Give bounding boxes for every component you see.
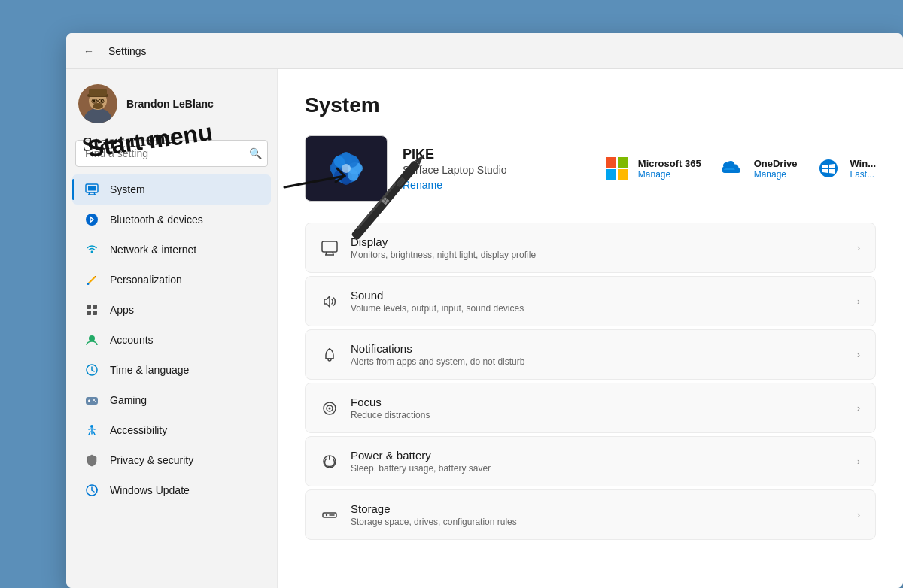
focus-text: Focus Reduce distractions xyxy=(351,396,845,420)
sidebar-item-personalization[interactable]: Personalization xyxy=(72,265,271,295)
power-desc: Sleep, battery usage, battery saver xyxy=(351,463,845,474)
user-name: Brandon LeBlanc xyxy=(126,98,214,110)
network-icon xyxy=(84,242,99,257)
settings-window: ← Settings xyxy=(66,33,903,588)
svg-point-6 xyxy=(101,100,103,102)
device-card: PIKE Surface Laptop Studio Rename xyxy=(305,135,876,202)
settings-item-sound[interactable]: Sound Volume levels, output, input, soun… xyxy=(305,276,876,326)
nav-list: System Bluetooth & devices xyxy=(66,174,277,505)
sidebar-item-time-label: Time & language xyxy=(110,364,189,376)
settings-item-notifications[interactable]: Notifications Alerts from apps and syste… xyxy=(305,329,876,380)
ms365-title: Microsoft 365 xyxy=(638,158,701,169)
device-name: PIKE xyxy=(403,147,573,162)
sidebar-item-gaming[interactable]: Gaming xyxy=(72,385,271,415)
svg-rect-43 xyxy=(606,157,616,168)
quick-links: Microsoft 365 Manage O xyxy=(604,155,876,182)
sound-arrow: › xyxy=(857,296,860,307)
onedrive-manage[interactable]: Manage xyxy=(754,169,798,180)
svg-point-17 xyxy=(86,214,98,226)
sidebar-item-time[interactable]: Time & language xyxy=(72,355,271,385)
search-input[interactable] xyxy=(75,140,268,167)
svg-rect-48 xyxy=(322,241,337,252)
power-icon xyxy=(321,453,339,471)
sidebar-item-accessibility-label: Accessibility xyxy=(110,424,167,436)
sidebar-item-privacy[interactable]: Privacy & security xyxy=(72,445,271,475)
sidebar-item-windowsupdate-label: Windows Update xyxy=(110,484,190,496)
update-icon xyxy=(84,483,99,498)
svg-rect-20 xyxy=(93,305,97,309)
settings-item-power[interactable]: Power & battery Sleep, battery usage, ba… xyxy=(305,436,876,486)
focus-title: Focus xyxy=(351,396,845,408)
search-icon: 🔍 xyxy=(249,147,262,159)
notifications-title: Notifications xyxy=(351,342,845,355)
display-desc: Monitors, brightness, night light, displ… xyxy=(351,250,845,260)
paint-icon xyxy=(84,272,99,287)
device-image xyxy=(305,135,388,202)
avatar xyxy=(78,84,117,123)
settings-item-display[interactable]: Display Monitors, brightness, night ligh… xyxy=(305,223,876,273)
sound-title: Sound xyxy=(351,289,845,302)
sidebar-item-system[interactable]: System xyxy=(72,174,271,205)
sidebar-item-apps-label: Apps xyxy=(110,304,134,316)
sidebar-item-bluetooth[interactable]: Bluetooth & devices xyxy=(72,205,271,235)
svg-rect-22 xyxy=(93,311,97,315)
svg-point-60 xyxy=(326,514,327,515)
windows-title: Win... xyxy=(850,158,876,169)
focus-arrow: › xyxy=(857,403,860,414)
ms365-manage[interactable]: Manage xyxy=(638,169,701,180)
sound-text: Sound Volume levels, output, input, soun… xyxy=(351,289,845,314)
windows-sub[interactable]: Last... xyxy=(850,169,876,180)
sidebar-item-privacy-label: Privacy & security xyxy=(110,454,193,466)
accessibility-icon xyxy=(84,423,99,438)
power-arrow: › xyxy=(857,456,860,467)
svg-point-5 xyxy=(93,100,96,102)
settings-list: Display Monitors, brightness, night ligh… xyxy=(305,223,876,541)
storage-arrow: › xyxy=(857,510,860,520)
sidebar: Brandon LeBlanc 🔍 Start menu xyxy=(66,69,277,588)
windows-text: Win... Last... xyxy=(850,158,876,180)
display-text: Display Monitors, brightness, night ligh… xyxy=(351,235,845,260)
display-arrow: › xyxy=(857,243,860,253)
svg-rect-21 xyxy=(87,311,91,315)
storage-desc: Storage space, drives, configuration rul… xyxy=(351,517,845,527)
ms365-icon xyxy=(604,155,631,182)
settings-item-focus[interactable]: Focus Reduce distractions › xyxy=(305,383,876,433)
settings-item-storage[interactable]: Storage Storage space, drives, configura… xyxy=(305,489,876,540)
back-button[interactable]: ← xyxy=(78,41,99,62)
gaming-icon xyxy=(84,393,99,408)
svg-rect-46 xyxy=(618,169,628,180)
windows-icon xyxy=(815,155,842,182)
display-title: Display xyxy=(351,235,845,248)
storage-title: Storage xyxy=(351,502,845,515)
sidebar-item-personalization-label: Personalization xyxy=(110,274,182,286)
account-icon xyxy=(84,332,99,347)
power-title: Power & battery xyxy=(351,449,845,462)
notifications-text: Notifications Alerts from apps and syste… xyxy=(351,342,845,367)
sidebar-item-accounts[interactable]: Accounts xyxy=(72,325,271,355)
device-info: PIKE Surface Laptop Studio Rename xyxy=(403,147,573,191)
notifications-desc: Alerts from apps and system, do not dist… xyxy=(351,356,845,367)
onedrive-title: OneDrive xyxy=(754,158,798,169)
sidebar-item-network[interactable]: Network & internet xyxy=(72,235,271,265)
svg-rect-4 xyxy=(89,89,107,96)
svg-rect-44 xyxy=(618,157,628,168)
svg-point-23 xyxy=(89,335,95,341)
ms365-link[interactable]: Microsoft 365 Manage xyxy=(604,155,701,182)
svg-point-29 xyxy=(95,401,96,402)
windows-link[interactable]: Win... Last... xyxy=(815,155,876,182)
rename-link[interactable]: Rename xyxy=(403,179,573,191)
main-content: System xyxy=(277,69,903,588)
titlebar: ← Settings xyxy=(66,33,903,69)
notifications-arrow: › xyxy=(857,350,860,360)
power-text: Power & battery Sleep, battery usage, ba… xyxy=(351,449,845,474)
svg-rect-19 xyxy=(87,305,91,309)
svg-rect-16 xyxy=(88,186,96,191)
sidebar-item-system-label: System xyxy=(110,183,145,195)
sidebar-item-apps[interactable]: Apps xyxy=(72,295,271,325)
sidebar-item-accessibility[interactable]: Accessibility xyxy=(72,415,271,445)
user-profile[interactable]: Brandon LeBlanc xyxy=(66,78,277,135)
sidebar-item-windowsupdate[interactable]: Windows Update xyxy=(72,475,271,505)
privacy-icon xyxy=(84,453,99,468)
onedrive-link[interactable]: OneDrive Manage xyxy=(719,155,798,182)
page-title: System xyxy=(305,93,876,117)
